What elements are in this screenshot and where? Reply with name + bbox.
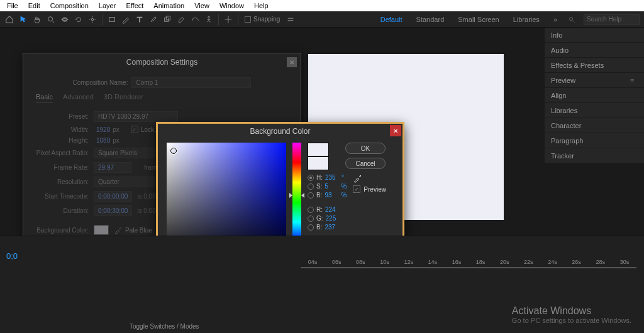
rectangle-tool-icon[interactable] [106, 14, 118, 25]
panel-align[interactable]: Align [545, 88, 644, 103]
start-tc-field[interactable]: 0;00;00;00 [94, 191, 132, 202]
height-value[interactable]: 1080 [96, 137, 110, 144]
roto-tool-icon[interactable] [189, 14, 201, 25]
menu-window[interactable]: Window [215, 1, 248, 10]
color-dialog-title-text: Background Color [250, 127, 310, 136]
new-color-swatch[interactable] [308, 143, 329, 156]
zoom-tool-icon[interactable] [45, 14, 57, 25]
s-value[interactable]: 5 [325, 183, 338, 190]
framerate-field[interactable]: 29.97 [94, 162, 131, 173]
panel-paragraph[interactable]: Paragraph [545, 133, 644, 148]
timeline-panel[interactable]: 0;0 04s 06s 08s 10s 12s 14s 16s 18s 20s … [0, 236, 644, 333]
panel-effects-presets[interactable]: Effects & Presets [545, 58, 644, 73]
g-radio[interactable] [308, 216, 314, 222]
workspace-standard[interactable]: Standard [410, 13, 451, 26]
dialog-tabs: Basic Advanced 3D Renderer [36, 93, 291, 102]
close-icon[interactable]: ✕ [390, 125, 401, 136]
r-value[interactable]: 224 [325, 206, 339, 213]
svg-point-7 [570, 17, 573, 20]
s-radio[interactable] [308, 183, 314, 190]
g-value[interactable]: 225 [326, 215, 340, 222]
panel-audio[interactable]: Audio [545, 43, 644, 58]
tick: 16s [445, 259, 469, 268]
menu-file[interactable]: File [3, 1, 23, 10]
anchor-tool-icon[interactable] [87, 14, 98, 25]
home-icon[interactable] [4, 14, 15, 25]
workspace-libraries[interactable]: Libraries [507, 13, 546, 26]
menu-animation[interactable]: Animation [149, 1, 189, 10]
tick: 30s [613, 259, 636, 268]
lock-aspect-checkbox[interactable]: ✓ [131, 126, 138, 133]
puppet-tool-icon[interactable] [203, 14, 214, 25]
bl-value[interactable]: 237 [325, 224, 338, 231]
menu-composition[interactable]: Composition [46, 1, 93, 10]
panel-libraries[interactable]: Libraries [545, 103, 644, 118]
os-menubar[interactable]: File Edit Composition Layer Effect Anima… [0, 0, 644, 11]
bgcolor-swatch[interactable] [94, 225, 109, 235]
tick: 24s [540, 259, 564, 268]
tab-3d-renderer[interactable]: 3D Renderer [104, 93, 143, 102]
selection-tool-icon[interactable] [18, 14, 29, 25]
r-radio[interactable] [308, 207, 314, 213]
duration-field[interactable]: 0;00;30;00 [94, 205, 132, 216]
local-axis-icon[interactable] [223, 14, 234, 25]
preview-checkbox[interactable]: ✓ [353, 185, 360, 193]
type-tool-icon[interactable] [134, 14, 145, 25]
h-radio[interactable] [308, 175, 314, 181]
tick: 10s [372, 259, 396, 268]
eyedropper-icon[interactable] [114, 226, 123, 234]
tab-advanced[interactable]: Advanced [63, 93, 94, 102]
tick: 12s [397, 259, 421, 268]
rotate-tool-icon[interactable] [73, 14, 84, 25]
menu-view[interactable]: View [190, 1, 214, 10]
h-value[interactable]: 235 [325, 174, 339, 181]
separator [102, 14, 103, 25]
start-tc-label: Start Timecode: [33, 193, 94, 200]
panel-menu-icon[interactable]: ≡ [630, 77, 638, 84]
panel-tracker[interactable]: Tracker [545, 148, 644, 163]
toggle-switches-button[interactable]: Toggle Switches / Modes [130, 323, 199, 330]
close-icon[interactable]: ✕ [287, 57, 297, 67]
bl-radio[interactable] [308, 224, 314, 231]
clone-tool-icon[interactable] [162, 14, 173, 25]
timeline-track[interactable] [301, 267, 636, 268]
workspace-default[interactable]: Default [374, 13, 409, 26]
tick: 18s [469, 259, 492, 268]
panel-info[interactable]: Info [545, 28, 644, 43]
menu-help[interactable]: Help [250, 1, 273, 10]
current-color-swatch[interactable] [308, 156, 329, 170]
cancel-button[interactable]: Cancel [345, 158, 386, 169]
h-unit: ° [341, 174, 344, 181]
tab-basic[interactable]: Basic [36, 93, 53, 102]
tick: 06s [325, 259, 348, 268]
menu-effect[interactable]: Effect [121, 1, 148, 10]
panel-preview[interactable]: Preview≡ [545, 73, 644, 88]
current-timecode[interactable]: 0;0 [6, 251, 18, 261]
eraser-tool-icon[interactable] [175, 14, 187, 25]
workspace-more-icon[interactable]: » [547, 13, 564, 26]
preset-dropdown[interactable]: HDTV 1080 29.97 [94, 111, 178, 122]
hand-tool-icon[interactable] [31, 14, 43, 25]
r-label: R: [316, 206, 323, 213]
search-help-input[interactable]: Search Help [584, 14, 640, 25]
workspace-small-screen[interactable]: Small Screen [452, 13, 505, 26]
tick: 08s [348, 259, 372, 268]
menu-edit[interactable]: Edit [24, 1, 45, 10]
comp-name-field[interactable]: Comp 1 [131, 77, 251, 88]
resolution-label: Resolution: [33, 178, 94, 185]
px-unit: px [113, 137, 119, 144]
snapping-toggle[interactable]: Snapping [242, 16, 282, 23]
brush-tool-icon[interactable] [148, 14, 159, 25]
time-ruler[interactable]: 04s 06s 08s 10s 12s 14s 16s 18s 20s 22s … [301, 259, 636, 268]
b-radio[interactable] [308, 192, 314, 199]
panel-character[interactable]: Character [545, 118, 644, 133]
ok-button[interactable]: OK [345, 143, 386, 154]
eyedropper-icon[interactable] [353, 173, 363, 183]
pen-tool-icon[interactable] [120, 14, 131, 25]
snap-opts-icon[interactable] [285, 14, 296, 25]
width-value[interactable]: 1920 [96, 126, 110, 133]
tick: 28s [589, 259, 613, 268]
orbit-tool-icon[interactable] [59, 14, 70, 25]
b-value[interactable]: 93 [325, 192, 338, 199]
menu-layer[interactable]: Layer [94, 1, 121, 10]
